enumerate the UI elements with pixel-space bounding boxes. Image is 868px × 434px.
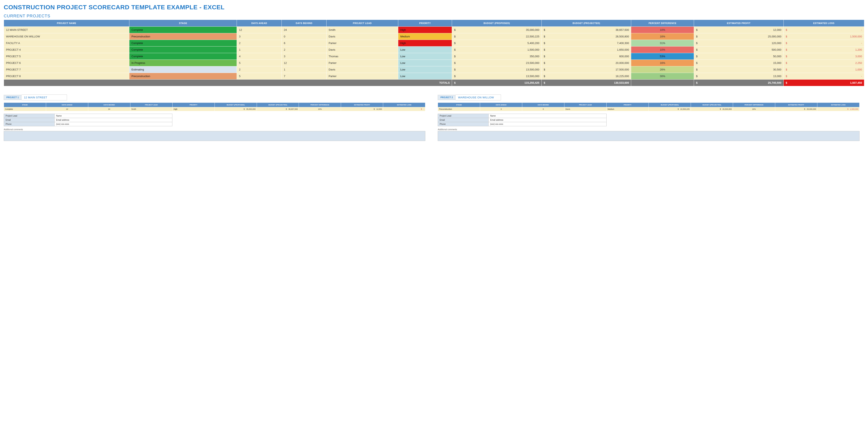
mini-loss: $ - [383, 107, 425, 111]
cell-name: FACILITY A [4, 40, 129, 46]
table-row: PROJECT 4Complete12DavisLow$1,500,000$1,… [4, 46, 864, 53]
contact-lead-val: Name [488, 114, 607, 118]
cell-ahead: 3 [237, 33, 282, 40]
cell-behind: 12 [282, 60, 327, 66]
cell-budget-prop: $22,500,225 [452, 33, 542, 40]
card-table: STAGEDAYS AHEADDAYS BEHINDPROJECT LEADPR… [438, 102, 859, 111]
contact-lead-val: Name [54, 114, 173, 118]
cell-budget-proj: $20,000,000 [541, 60, 631, 66]
mini-col-stage: STAGE [438, 103, 480, 107]
cell-stage: Complete [129, 40, 237, 46]
contact-phone-key: Phone [4, 122, 55, 126]
card-name: WAREHOUSE ON WILLOW [456, 94, 501, 100]
cell-profit: $13,000 [694, 73, 784, 80]
cell-pct: 10% [631, 46, 694, 53]
cell-priority: Medium [398, 33, 452, 40]
cell-name: PROJECT 4 [4, 46, 129, 53]
cell-budget-proj: $18,225,000 [541, 73, 631, 80]
comments-box[interactable] [4, 131, 425, 141]
cell-pct: 10% [631, 27, 694, 33]
mini-col-ahead: DAYS AHEAD [480, 103, 522, 107]
cell-profit: $30,500 [694, 66, 784, 73]
mini-stage: Complete [4, 107, 46, 111]
contact-phone-key: Phone [438, 122, 489, 126]
mini-col-loss: ESTIMATED LOSS [383, 103, 425, 107]
cell-lead: Smith [327, 27, 398, 33]
cell-budget-proj: $600,000 [541, 53, 631, 60]
mini-col-bproj: BUDGET (PROJECTED) [257, 103, 299, 107]
contact-lead-key: Project Lead [438, 114, 489, 118]
mini-col-pct: PERCENT DIFFERENCE [299, 103, 341, 107]
cell-budget-prop: $13,500,000 [452, 66, 542, 73]
cell-profit: $500,000 [694, 46, 784, 53]
totals-label: TOTALS [4, 80, 452, 86]
cell-pct: 16% [631, 60, 694, 66]
cell-lead: Davis [327, 46, 398, 53]
section-title: CURRENT PROJECTS [4, 13, 864, 19]
totals-row: TOTALS $115,250,425 $130,533,600 $25,740… [4, 80, 864, 86]
table-header: PROJECT NAME STAGE DAYS AHEAD DAYS BEHIN… [4, 20, 864, 27]
col-name: PROJECT NAME [4, 20, 129, 27]
col-ahead: DAYS AHEAD [237, 20, 282, 27]
mini-col-bprop: BUDGET (PROPOSED) [215, 103, 257, 107]
comments-box[interactable] [438, 131, 859, 141]
cell-loss: $1,500,000 [783, 33, 864, 40]
contact-email-key: Email [438, 118, 489, 122]
cell-budget-prop: $35,000,000 [452, 27, 542, 33]
cell-behind: 0 [282, 33, 327, 40]
cell-ahead: 5 [237, 73, 282, 80]
cell-behind: 2 [282, 46, 327, 53]
contact-lead-key: Project Lead [4, 114, 55, 118]
cell-behind: 3 [282, 53, 327, 60]
mini-col-pct: PERCENT DIFFERENCE [733, 103, 775, 107]
comments-label: Additional comments [438, 128, 859, 131]
contact-table: Project LeadNameEmailEmail addressPhone(… [438, 114, 607, 126]
cell-ahead: 12 [237, 27, 282, 33]
mini-col-loss: ESTIMATED LOSS [817, 103, 859, 107]
col-loss: ESTIMATED LOSS [783, 20, 864, 27]
cell-priority: Low [398, 66, 452, 73]
mini-pct: 10% [299, 107, 341, 111]
table-row: 12 MAIN STREETComplete1224SmithHigh$35,0… [4, 27, 864, 33]
cell-stage: Complete [129, 53, 237, 60]
mini-bproj: $ 38,657,500 [257, 107, 299, 111]
mini-profit: $ 25,000,000 [775, 107, 817, 111]
totals-budget-proj: $130,533,600 [541, 80, 631, 86]
mini-col-bprop: BUDGET (PROPOSED) [649, 103, 691, 107]
col-budget-proj: BUDGET (PROJECTED) [541, 20, 631, 27]
cell-ahead: 2 [237, 66, 282, 73]
cell-stage: Preconstruction [129, 73, 237, 80]
card-label: PROJECT 1 [4, 95, 22, 100]
col-lead: PROJECT LEAD [327, 20, 398, 27]
cell-loss: $3,000 [783, 53, 864, 60]
cell-stage: In Progress [129, 60, 237, 66]
mini-row: Preconstruction30DavisMedium$ 22,500,225… [438, 107, 859, 111]
card-header: PROJECT 112 MAIN STREET [4, 94, 425, 100]
cell-pct: 16% [631, 33, 694, 40]
table-row: PROJECT 5Complete43ThomasLow$350,000$600… [4, 53, 864, 60]
totals-budget-prop: $115,250,425 [452, 80, 542, 86]
cell-profit: $15,000 [694, 60, 784, 66]
cell-budget-proj: $7,400,300 [541, 40, 631, 46]
cell-pct: 30% [631, 73, 694, 80]
col-behind: DAYS BEHIND [282, 20, 327, 27]
cell-ahead: 4 [237, 53, 282, 60]
cell-priority: Low [398, 73, 452, 80]
table-row: PROJECT 7Estimating21DavisLow$13,500,000… [4, 66, 864, 73]
card-label: PROJECT 2 [438, 95, 456, 100]
mini-col-profit: ESTIMATED PROFIT [775, 103, 817, 107]
contact-email-val: Email address [54, 118, 173, 122]
cell-pct: 26% [631, 66, 694, 73]
cell-ahead: 5 [237, 60, 282, 66]
cell-lead: Davis [327, 66, 398, 73]
cell-loss: $1,200 [783, 46, 864, 53]
table-row: PROJECT 6In Progress512ParkerLow$23,500,… [4, 60, 864, 66]
cell-pct: 53% [631, 53, 694, 60]
cell-budget-prop: $350,000 [452, 53, 542, 60]
card-header: PROJECT 2WAREHOUSE ON WILLOW [438, 94, 859, 100]
cell-behind: 7 [282, 73, 327, 80]
cell-priority: High [398, 27, 452, 33]
cell-name: PROJECT 8 [4, 73, 129, 80]
cell-pct: 31% [631, 40, 694, 46]
cell-budget-proj: $17,500,000 [541, 66, 631, 73]
